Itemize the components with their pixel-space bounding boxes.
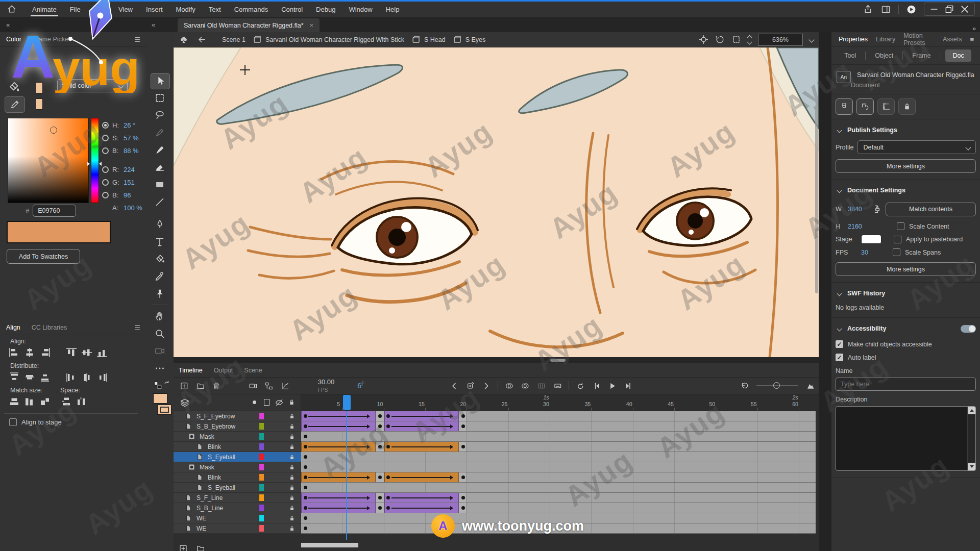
layer-lock-icon[interactable] — [288, 505, 296, 512]
play-icon[interactable] — [608, 381, 617, 391]
tween-span[interactable] — [301, 472, 376, 482]
layer-lock-icon[interactable] — [288, 413, 296, 420]
fluid-brush-tool[interactable] — [151, 125, 169, 140]
make-child-accessible-checkbox[interactable]: ✓ — [836, 340, 843, 348]
prev-frame-icon[interactable] — [450, 381, 459, 391]
height-value[interactable]: 2160 — [848, 223, 878, 230]
hierarchy-icon[interactable] — [264, 381, 274, 391]
layer-row-s_eyeball-4[interactable]: S_Eyeball — [174, 452, 301, 462]
keyframe-dot[interactable] — [461, 506, 465, 510]
space-vertical-button[interactable] — [60, 396, 72, 407]
menu-edit[interactable]: Edit — [88, 4, 111, 15]
tween-span[interactable] — [301, 493, 376, 503]
collapse-left-icon[interactable]: « — [6, 21, 10, 29]
keyframe-dot[interactable] — [378, 475, 382, 479]
dist-middle-button[interactable] — [23, 371, 36, 383]
zoom-stepper[interactable] — [748, 36, 751, 44]
workspace-icon[interactable] — [880, 4, 891, 15]
frame-row-s_eyeball-7[interactable] — [301, 483, 816, 493]
dist-left-button[interactable] — [65, 371, 78, 383]
swap-arrow-icon[interactable] — [163, 379, 171, 387]
match-both-button[interactable] — [39, 396, 51, 407]
accessibility-toggle[interactable] — [961, 325, 976, 333]
color-value[interactable]: 151 — [124, 179, 135, 186]
layer-outline-color-chip[interactable] — [259, 484, 264, 491]
layer-outline-color-chip[interactable] — [259, 443, 264, 450]
keyframe-dot[interactable] — [304, 527, 307, 530]
layer-row-blink-6[interactable]: Blink — [174, 472, 301, 483]
menu-control[interactable]: Control — [276, 4, 308, 15]
paste-board-icon[interactable] — [179, 35, 189, 45]
menu-commands[interactable]: Commands — [229, 4, 274, 15]
tab-color[interactable]: Color — [6, 36, 21, 43]
new-layer-icon[interactable] — [179, 544, 188, 551]
layer-row-mask-5[interactable]: Mask — [174, 462, 301, 472]
back-arrow-icon[interactable] — [197, 35, 207, 44]
rectangle-tool[interactable] — [151, 177, 169, 192]
camera-icon[interactable] — [249, 381, 258, 391]
keyframe-dot[interactable] — [461, 414, 465, 418]
more-tool[interactable] — [151, 361, 169, 376]
keyframe-dot[interactable] — [461, 475, 465, 479]
layer-lock-icon[interactable] — [288, 474, 296, 481]
new-folder-icon[interactable] — [196, 544, 205, 551]
layer-lock-icon[interactable] — [288, 464, 296, 471]
layer-outline-color-chip[interactable] — [259, 505, 264, 511]
lock-all-icon[interactable] — [288, 398, 296, 406]
tab-library[interactable]: Library — [876, 36, 895, 43]
align-to-stage-checkbox[interactable] — [9, 418, 17, 426]
scroll-up-icon[interactable] — [968, 407, 975, 414]
color-radio[interactable] — [102, 147, 109, 154]
collapse-tools-icon[interactable]: « — [152, 21, 155, 29]
eraser-tool[interactable] — [151, 160, 169, 175]
panel-menu-icon[interactable]: ☰ — [134, 324, 140, 332]
tween-span[interactable] — [384, 493, 459, 503]
document-settings-header[interactable]: Document Settings — [836, 185, 976, 196]
menu-help[interactable]: Help — [380, 4, 405, 15]
color-radio[interactable] — [102, 122, 109, 129]
hue-marker-right[interactable] — [99, 162, 102, 166]
subtab-doc[interactable]: Doc — [945, 49, 971, 62]
align-bottom-button[interactable] — [96, 347, 108, 358]
scroll-down-icon[interactable] — [968, 463, 975, 470]
keyframe-dot[interactable] — [378, 424, 382, 428]
tab-assets[interactable]: Assets — [943, 36, 962, 43]
layer-lock-icon[interactable] — [288, 494, 296, 502]
match-width-button[interactable] — [8, 396, 20, 407]
playhead[interactable] — [343, 395, 351, 410]
expand-panel-icon[interactable]: » — [972, 25, 976, 32]
publish-settings-header[interactable]: Publish Settings — [836, 124, 976, 136]
layer-lock-icon[interactable] — [288, 525, 296, 532]
space-horizontal-button[interactable] — [76, 396, 88, 407]
fps-value[interactable]: 30 — [861, 249, 879, 256]
menu-view[interactable]: View — [113, 4, 138, 15]
line-tool[interactable] — [151, 194, 169, 210]
apply-to-pasteboard-checkbox[interactable] — [894, 236, 901, 243]
tween-span[interactable] — [301, 503, 376, 513]
scale-content-checkbox[interactable] — [897, 222, 904, 230]
fill-bucket-icon[interactable] — [7, 81, 20, 94]
align-right-button[interactable] — [39, 347, 51, 358]
text-tool[interactable] — [151, 234, 169, 249]
outline-column-icon[interactable] — [264, 399, 270, 406]
tab-scene[interactable]: Scene — [244, 367, 262, 374]
layer-lock-icon[interactable] — [288, 423, 296, 430]
keyframe-dot[interactable] — [304, 486, 307, 489]
tween-span[interactable] — [301, 442, 376, 452]
color-radio[interactable] — [102, 166, 109, 173]
layers-icon[interactable] — [180, 398, 190, 408]
dist-center-v-button[interactable] — [81, 371, 93, 383]
publish-more-settings-button[interactable]: More settings — [836, 159, 976, 173]
layer-lock-icon[interactable] — [288, 433, 296, 440]
zoom-level-input[interactable]: 636% — [758, 34, 803, 46]
tween-span[interactable] — [301, 421, 376, 431]
align-left-button[interactable] — [8, 347, 20, 358]
snap-magnet-button[interactable] — [836, 98, 853, 115]
stroke-color-button[interactable] — [5, 96, 25, 113]
keyframe-dot[interactable] — [304, 435, 307, 438]
rulers-button[interactable] — [877, 98, 895, 115]
dist-top-button[interactable] — [8, 371, 20, 383]
match-height-button[interactable] — [23, 396, 36, 407]
layer-outline-color-chip[interactable] — [259, 515, 264, 521]
menu-window[interactable]: Window — [343, 4, 378, 15]
